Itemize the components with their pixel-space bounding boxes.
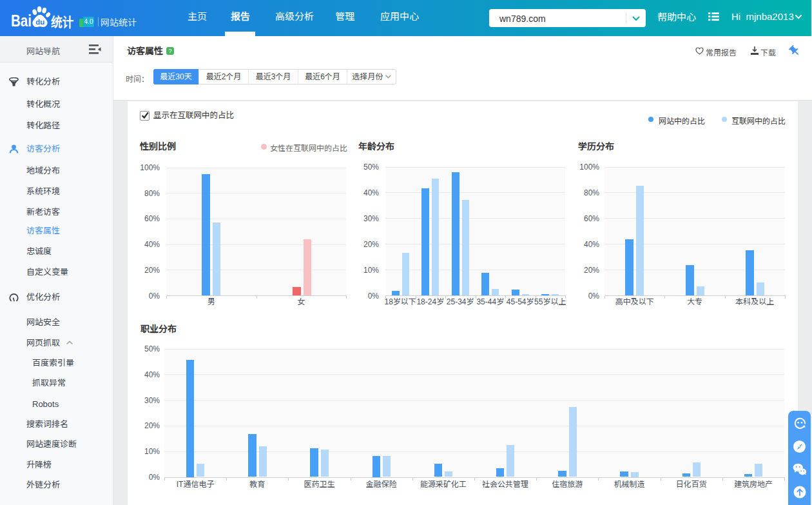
svg-text:du: du (35, 18, 44, 26)
